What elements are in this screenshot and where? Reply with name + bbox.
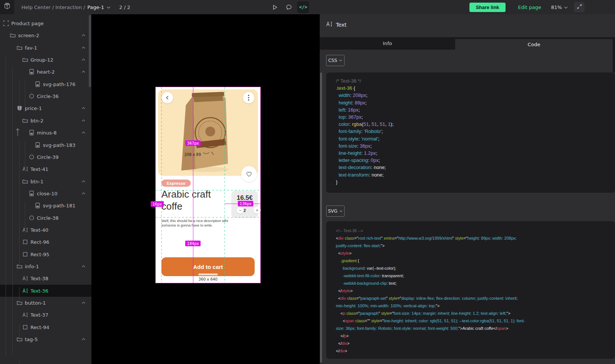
product-image-area[interactable] (158, 89, 258, 176)
code-line: </div> (336, 340, 615, 347)
favorite-heart-button[interactable] (241, 166, 257, 182)
code-line: <span class="" style="line-height: inher… (336, 317, 615, 325)
breadcrumb-page: Page-1 (87, 5, 104, 10)
code-line: /* Text-36 */ (336, 77, 615, 85)
quantity-plus-button[interactable]: + (254, 207, 261, 214)
mobile-screen-frame[interactable]: Expresso Arabic craft coffe 16.5€ − 2 + … (156, 87, 260, 283)
chevron-up-icon[interactable] (80, 105, 87, 111)
folder-icon (17, 336, 23, 342)
layer-row-close-10[interactable]: close-10 (0, 187, 91, 199)
coffee-bag-illustration (158, 89, 258, 176)
tab-info[interactable]: Info (320, 37, 455, 50)
css-code-block: /* Text-36 */.text-36 { width: 208px; he… (326, 72, 615, 193)
fullscreen-button[interactable] (574, 2, 585, 12)
layer-label: btn-1 (30, 179, 44, 184)
layer-label: Rect-96 (30, 239, 49, 245)
breadcrumb[interactable]: Help Center / Interaction / Page-1 (21, 0, 111, 14)
top-bar: Help Center / Interaction / Page-1 2 / 2… (0, 0, 615, 14)
chevron-up-icon[interactable] (80, 190, 87, 196)
folder-icon (22, 178, 28, 184)
selection-size-label: 208 x 89 (184, 153, 201, 157)
chevron-up-icon[interactable] (80, 300, 87, 306)
chevron-up-icon[interactable] (80, 32, 87, 38)
layer-label: Circle-39 (37, 154, 59, 160)
layer-row-circle-38[interactable]: Circle-38 (0, 212, 91, 224)
home-indicator (198, 273, 218, 275)
product-title[interactable]: Arabic craft coffe (161, 188, 228, 212)
chevron-down-icon (339, 59, 342, 62)
layer-row-circle-36[interactable]: Circle-36 (0, 90, 91, 102)
layer-row-svg-path-183[interactable]: svg-path-183 (0, 139, 91, 151)
comment-button[interactable] (283, 1, 295, 13)
layer-row-rect-96[interactable]: Rect-96 (0, 236, 91, 248)
svg-language-dropdown[interactable]: SVG (326, 205, 345, 217)
chevron-down-icon (106, 5, 111, 10)
chevron-down-icon (564, 5, 568, 10)
layers-sidebar: Product pagescreen-2fav-1Group-12heart-2… (0, 14, 91, 364)
layer-row-text-40[interactable]: Text-40 (0, 224, 91, 236)
panel-tab-bar: Info Code (320, 37, 615, 50)
layer-row-text-36[interactable]: Text-36 (0, 285, 91, 297)
measure-chip-bottom: 184px (185, 241, 200, 246)
layer-label: Text-40 (30, 227, 49, 233)
code-line: </div> (336, 347, 615, 355)
chevron-up-icon[interactable] (80, 45, 87, 51)
layer-row-product page[interactable]: Product page (0, 17, 91, 29)
play-button[interactable] (269, 1, 281, 13)
layer-row-info-1[interactable]: info-1 (0, 260, 91, 272)
layer-row-tag-5[interactable]: tag-5 (0, 333, 91, 345)
layer-row-svg-path-176[interactable]: svg-path-176 (0, 78, 91, 90)
layer-row-screen-2[interactable]: screen-2 (0, 29, 91, 41)
layer-row-heart-2[interactable]: heart-2 (0, 66, 91, 78)
layer-row-text-38[interactable]: Text-38 (0, 272, 91, 284)
share-link-button[interactable]: Share link (469, 3, 506, 12)
edit-page-link[interactable]: Edit page (518, 0, 541, 14)
layer-row-svg-path-181[interactable]: svg-path-181 (0, 199, 91, 211)
product-tag-badge[interactable]: Expresso (161, 180, 191, 187)
layer-row-rect-95[interactable]: Rect-95 (0, 248, 91, 260)
more-menu-button[interactable] (243, 92, 254, 103)
panel-scrollbar[interactable] (320, 72, 322, 362)
frame-size-label: 360 x 640 (196, 277, 220, 282)
code-view-toggle[interactable]: </> (297, 1, 309, 13)
layer-row-button-1[interactable]: button-1 (0, 297, 91, 309)
rect-icon (22, 251, 28, 257)
layer-row-text-41[interactable]: Text-41 (0, 163, 91, 175)
layer-row-btn-1[interactable]: btn-1 (0, 175, 91, 187)
layer-row-rect-94[interactable]: Rect-94 (0, 321, 91, 333)
chevron-up-icon[interactable] (80, 130, 87, 136)
chevron-up-icon[interactable] (80, 57, 87, 63)
app-logo-button[interactable] (0, 0, 14, 14)
chevron-up-icon[interactable] (80, 69, 87, 75)
layer-row-fav-1[interactable]: fav-1 (0, 42, 91, 54)
chevron-up-icon[interactable] (80, 263, 87, 269)
layer-row-minus-8[interactable]: minus-8 (0, 127, 91, 139)
code-line: <div class="root rich-text" xmlns="http:… (336, 234, 615, 242)
measure-chip-right: 136px (238, 201, 253, 207)
product-description: Well, this should be a nice description … (161, 219, 234, 228)
layer-label: heart-2 (37, 69, 55, 75)
chevron-up-icon[interactable] (80, 178, 87, 184)
code-line: font-family: 'Roboto'; (336, 128, 615, 135)
layer-row-group-12[interactable]: Group-12 (0, 54, 91, 66)
zoom-level-control[interactable]: 81% (551, 0, 568, 14)
selected-element-type: Text (336, 22, 346, 28)
layer-row-btn-2[interactable]: btn-2 (0, 115, 91, 127)
css-language-dropdown[interactable]: CSS (326, 55, 345, 66)
chevron-up-icon[interactable] (80, 336, 87, 342)
chevron-up-icon[interactable] (80, 118, 87, 124)
back-button[interactable] (162, 92, 173, 103)
design-canvas[interactable]: Expresso Arabic craft coffe 16.5€ − 2 + … (91, 14, 320, 364)
svg-file-icon (29, 130, 35, 136)
sidebar-scrollbar[interactable] (89, 15, 91, 87)
code-line: <p class="paragraph" style="font-size: 1… (336, 310, 615, 317)
tab-code[interactable]: Code (455, 39, 613, 50)
expand-arrows-icon (577, 4, 582, 11)
layer-row-text-37[interactable]: Text-37 (0, 309, 91, 321)
code-line: width: 208px; (336, 92, 615, 99)
svg-code-block: <!-- Text-36 --><div class="root rich-te… (326, 221, 615, 359)
layer-row-circle-39[interactable]: Circle-39 (0, 151, 91, 163)
layer-row-price-1[interactable]: price-1 (0, 102, 91, 114)
text-icon (22, 312, 28, 318)
guide-line-top (156, 190, 260, 190)
